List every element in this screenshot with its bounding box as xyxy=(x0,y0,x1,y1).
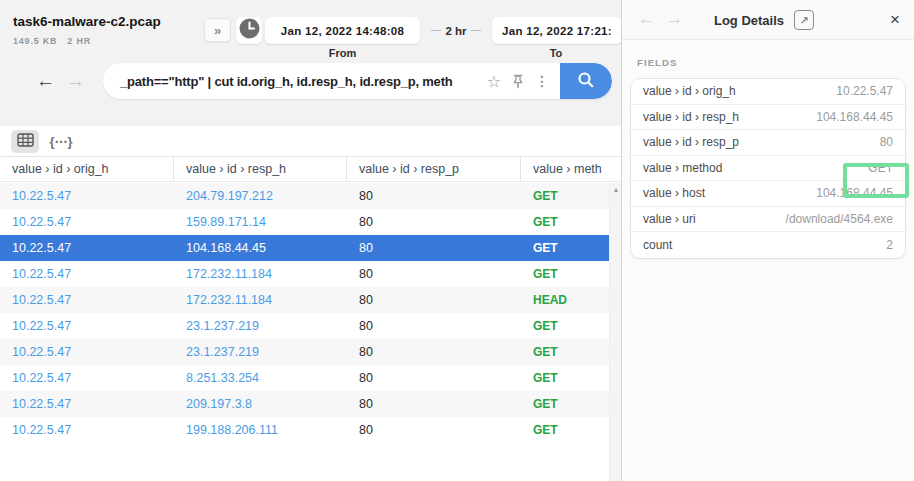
from-date-input[interactable]: Jan 12, 2022 14:48:08 xyxy=(265,17,420,44)
close-icon[interactable]: × xyxy=(890,10,900,30)
search-input[interactable]: _path=="http" | cut id.orig_h, id.resp_h… xyxy=(103,74,482,89)
table-row[interactable]: 10.22.5.47204.79.197.21280GET xyxy=(0,183,609,209)
field-row[interactable]: value › host104.168.44.45 xyxy=(631,181,905,207)
table-cell-resp_p: 80 xyxy=(347,391,521,417)
column-header[interactable]: value › id › resp_h xyxy=(174,157,347,181)
fields-section-label: FIELDS xyxy=(637,57,677,68)
table-cell-method: GET xyxy=(521,313,609,339)
history-forward-icon[interactable]: → xyxy=(66,68,85,94)
expand-panel-button[interactable]: » xyxy=(204,18,231,42)
table-row[interactable]: 10.22.5.47172.232.11.18480GET xyxy=(0,261,609,287)
scroll-up-arrow-icon[interactable]: ▲ xyxy=(611,186,621,193)
table-cell-resp_p: 80 xyxy=(347,417,521,443)
table-row[interactable]: 10.22.5.47159.89.171.1480GET xyxy=(0,209,609,235)
table-scrollbar[interactable]: ▲ xyxy=(609,183,621,481)
column-header[interactable]: value › id › resp_p xyxy=(347,157,521,181)
table-view-button[interactable] xyxy=(11,130,39,153)
table-cell-method: GET xyxy=(521,391,609,417)
query-results-pane: task6-malware-c2.pcap 149.5 KB 2 HR » Ja… xyxy=(0,0,622,481)
details-title: Log Details xyxy=(714,13,784,28)
field-row[interactable]: value › uri/download/4564.exe xyxy=(631,207,905,233)
table-cell-orig_h: 10.22.5.47 xyxy=(0,313,174,339)
field-value: 104.168.44.45 xyxy=(816,110,893,124)
raw-view-button[interactable]: {⋯} xyxy=(47,130,75,153)
field-row[interactable]: value › id › resp_h104.168.44.45 xyxy=(631,105,905,131)
span-dash-left xyxy=(431,30,441,31)
table-cell-resp_p: 80 xyxy=(347,183,521,209)
field-value: 104.168.44.45 xyxy=(816,186,893,200)
table-cell-resp_p: 80 xyxy=(347,235,521,261)
table-cell-method: GET xyxy=(521,339,609,365)
table-cell-orig_h: 10.22.5.47 xyxy=(0,261,174,287)
field-label: value › id › orig_h xyxy=(643,84,736,98)
search-bar: _path=="http" | cut id.orig_h, id.resp_h… xyxy=(103,63,612,99)
time-span-label: 2 hr xyxy=(445,25,466,37)
table-cell-resp_p: 80 xyxy=(347,313,521,339)
table-row[interactable]: 10.22.5.47199.188.206.11180GET xyxy=(0,417,609,443)
pcap-file-name: task6-malware-c2.pcap xyxy=(13,14,161,29)
file-size: 149.5 KB xyxy=(13,36,57,46)
table-cell-resp_h: 23.1.237.219 xyxy=(174,313,347,339)
table-cell-method: GET xyxy=(521,365,609,391)
table-cell-resp_h: 209.197.3.8 xyxy=(174,391,347,417)
table-cell-method: GET xyxy=(521,235,609,261)
app-window: task6-malware-c2.pcap 149.5 KB 2 HR » Ja… xyxy=(0,0,914,481)
table-cell-method: GET xyxy=(521,183,609,209)
field-row[interactable]: count2 xyxy=(631,232,905,258)
table-cell-resp_h: 104.168.44.45 xyxy=(174,235,347,261)
from-label: From xyxy=(265,47,420,59)
table-row[interactable]: 10.22.5.47104.168.44.4580GET xyxy=(0,235,609,261)
field-value: /download/4564.exe xyxy=(786,212,893,226)
table-cell-resp_p: 80 xyxy=(347,261,521,287)
table-cell-orig_h: 10.22.5.47 xyxy=(0,339,174,365)
favorite-star-icon[interactable]: ☆ xyxy=(482,69,506,93)
table-row[interactable]: 10.22.5.47172.232.11.18480HEAD xyxy=(0,287,609,313)
table-row[interactable]: 10.22.5.47209.197.3.880GET xyxy=(0,391,609,417)
table-cell-resp_h: 172.232.11.184 xyxy=(174,287,347,313)
table-grid-icon xyxy=(17,133,34,151)
field-row[interactable]: value › methodGET xyxy=(631,156,905,182)
pcap-file-meta: 149.5 KB 2 HR xyxy=(13,36,91,46)
table-cell-resp_p: 80 xyxy=(347,339,521,365)
log-details-header: ← → Log Details ↗ × xyxy=(622,0,914,40)
column-header[interactable]: value › id › orig_h xyxy=(0,157,174,181)
popout-window-icon[interactable]: ↗ xyxy=(794,10,814,30)
fields-card: value › id › orig_h10.22.5.47value › id … xyxy=(630,78,906,259)
field-row[interactable]: value › id › resp_p80 xyxy=(631,130,905,156)
table-cell-resp_h: 8.251.33.254 xyxy=(174,365,347,391)
table-row[interactable]: 10.22.5.4723.1.237.21980GET xyxy=(0,339,609,365)
details-back-icon[interactable]: ← xyxy=(638,9,655,29)
table-cell-orig_h: 10.22.5.47 xyxy=(0,287,174,313)
field-value: 2 xyxy=(886,238,893,252)
table-cell-orig_h: 10.22.5.47 xyxy=(0,235,174,261)
table-cell-resp_p: 80 xyxy=(347,209,521,235)
table-cell-resp_p: 80 xyxy=(347,287,521,313)
column-header[interactable]: value › meth xyxy=(521,157,622,181)
to-label: To xyxy=(492,47,620,59)
time-span: 2 hr xyxy=(422,17,490,44)
history-back-icon[interactable]: ← xyxy=(36,68,55,94)
table-row[interactable]: 10.22.5.4723.1.237.21980GET xyxy=(0,313,609,339)
time-range-button[interactable] xyxy=(236,17,262,44)
to-date-input[interactable]: Jan 12, 2022 17:21: xyxy=(492,17,622,44)
table-cell-orig_h: 10.22.5.47 xyxy=(0,417,174,443)
field-label: count xyxy=(643,238,672,252)
table-cell-method: GET xyxy=(521,261,609,287)
search-icon xyxy=(577,71,595,92)
field-value: 10.22.5.47 xyxy=(836,84,893,98)
pin-query-icon[interactable] xyxy=(506,69,530,93)
log-details-pane: ← → Log Details ↗ × FIELDS value › id › … xyxy=(622,0,914,481)
results-table: 10.22.5.47204.79.197.21280GET10.22.5.471… xyxy=(0,183,609,443)
table-cell-method: HEAD xyxy=(521,287,609,313)
details-forward-icon[interactable]: → xyxy=(666,9,683,29)
field-label: value › uri xyxy=(643,212,696,226)
field-label: value › id › resp_p xyxy=(643,135,739,149)
search-button[interactable] xyxy=(560,63,612,99)
table-cell-resp_h: 23.1.237.219 xyxy=(174,339,347,365)
braces-icon: {⋯} xyxy=(49,134,72,149)
field-row[interactable]: value › id › orig_h10.22.5.47 xyxy=(631,79,905,105)
double-chevron-right-icon: » xyxy=(214,23,221,38)
file-duration: 2 HR xyxy=(67,36,91,46)
table-row[interactable]: 10.22.5.478.251.33.25480GET xyxy=(0,365,609,391)
query-menu-icon[interactable]: ⋮ xyxy=(530,69,554,93)
